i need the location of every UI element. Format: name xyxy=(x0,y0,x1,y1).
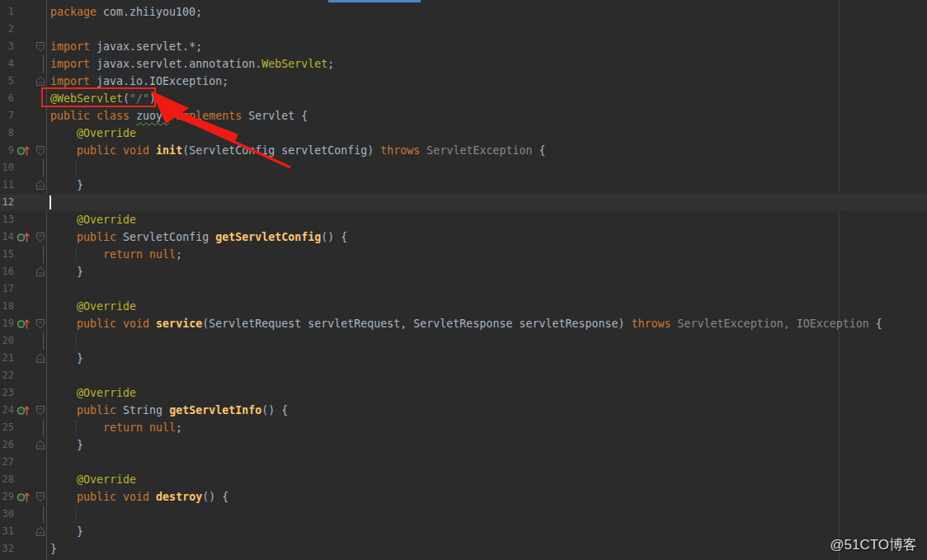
code-line-text[interactable]: public ServletConfig getServletConfig() … xyxy=(49,228,927,246)
line-number[interactable]: 8 xyxy=(0,125,14,142)
code-line[interactable]: 25 return null; xyxy=(0,419,927,436)
code-line-text[interactable]: return null; xyxy=(49,246,927,263)
code-line[interactable]: 19 public void service(ServletRequest se… xyxy=(0,315,927,332)
code-line[interactable]: 31 } xyxy=(0,523,927,540)
line-number[interactable]: 23 xyxy=(0,384,14,402)
code-line[interactable]: 15 return null; xyxy=(0,246,927,263)
fold-end-icon[interactable] xyxy=(35,526,45,537)
code-line-text[interactable] xyxy=(49,21,927,38)
code-line-text[interactable] xyxy=(49,280,927,298)
code-line-text[interactable]: } xyxy=(49,436,927,454)
code-line[interactable]: 2 xyxy=(0,21,927,38)
line-number[interactable]: 2 xyxy=(0,21,14,38)
code-line[interactable]: 28 @Override xyxy=(0,471,927,488)
code-line[interactable]: 20 xyxy=(0,332,927,350)
code-line[interactable]: 3import javax.servlet.*; xyxy=(0,38,927,55)
code-line-text[interactable]: } xyxy=(49,540,927,558)
line-number[interactable]: 5 xyxy=(0,73,14,90)
line-number[interactable]: 6 xyxy=(0,90,14,107)
line-number[interactable]: 21 xyxy=(0,350,14,367)
code-line-text[interactable]: package com.zhiiyou100; xyxy=(49,3,927,21)
code-line-text[interactable] xyxy=(49,367,927,384)
code-line-text[interactable]: import java.io.IOException; xyxy=(49,73,927,90)
line-number[interactable]: 14 xyxy=(0,228,14,246)
code-line-text[interactable]: @WebServlet("/") xyxy=(49,90,927,107)
code-line[interactable]: 14 public ServletConfig getServletConfig… xyxy=(0,228,927,246)
line-number[interactable]: 28 xyxy=(0,471,14,488)
code-line[interactable]: 10 xyxy=(0,159,927,176)
line-number[interactable]: 16 xyxy=(0,263,14,280)
fold-end-icon[interactable] xyxy=(35,76,45,87)
line-number[interactable]: 18 xyxy=(0,298,14,315)
overriding-method-icon[interactable] xyxy=(16,232,31,243)
line-number[interactable]: 32 xyxy=(0,540,14,558)
line-number[interactable]: 15 xyxy=(0,246,14,263)
code-line-text[interactable]: public void destroy() { xyxy=(49,488,927,506)
code-line-text[interactable] xyxy=(49,454,927,471)
code-line-text[interactable]: } xyxy=(49,263,927,280)
fold-end-icon[interactable] xyxy=(35,266,45,277)
line-number[interactable]: 25 xyxy=(0,419,14,436)
line-number[interactable]: 10 xyxy=(0,159,14,176)
code-line[interactable]: 7public class zuoye implements Servlet { xyxy=(0,107,927,125)
line-number[interactable]: 3 xyxy=(0,38,14,55)
code-line[interactable]: 9 public void init(ServletConfig servlet… xyxy=(0,142,927,159)
line-number[interactable]: 12 xyxy=(0,194,14,211)
fold-start-icon[interactable] xyxy=(35,318,45,329)
overriding-method-icon[interactable] xyxy=(16,492,31,503)
line-number[interactable]: 27 xyxy=(0,454,14,471)
line-number[interactable]: 7 xyxy=(0,107,14,125)
code-line-text[interactable]: return null; xyxy=(49,419,927,436)
code-line[interactable]: 11 } xyxy=(0,176,927,194)
line-number[interactable]: 4 xyxy=(0,55,14,73)
code-line-text[interactable]: public void service(ServletRequest servl… xyxy=(49,315,927,332)
code-line-text[interactable]: @Override xyxy=(49,471,927,488)
code-line-text[interactable] xyxy=(49,194,927,211)
code-line[interactable]: 22 xyxy=(0,367,927,384)
line-number[interactable]: 13 xyxy=(0,211,14,228)
line-number[interactable]: 9 xyxy=(0,142,14,159)
code-line[interactable]: 21 } xyxy=(0,350,927,367)
code-line-text[interactable] xyxy=(49,506,927,523)
fold-end-icon[interactable] xyxy=(35,353,45,364)
line-number[interactable]: 29 xyxy=(0,488,14,506)
line-number[interactable]: 30 xyxy=(0,506,14,523)
code-line[interactable]: 29 public void destroy() { xyxy=(0,488,927,506)
line-number[interactable]: 20 xyxy=(0,332,14,350)
fold-start-icon[interactable] xyxy=(35,492,45,502)
code-line[interactable]: 8 @Override xyxy=(0,125,927,142)
overriding-method-icon[interactable] xyxy=(16,405,31,416)
code-line-text[interactable]: public class zuoye implements Servlet { xyxy=(49,107,927,125)
overriding-method-icon[interactable] xyxy=(16,318,31,330)
code-line[interactable]: 4import javax.servlet.annotation.WebServ… xyxy=(0,55,927,73)
code-line[interactable]: 24 public String getServletInfo() { xyxy=(0,402,927,419)
code-line-text[interactable]: import javax.servlet.*; xyxy=(49,38,927,55)
code-line-text[interactable]: } xyxy=(49,176,927,194)
code-line-text[interactable]: import javax.servlet.annotation.WebServl… xyxy=(49,55,927,73)
code-line-text[interactable]: public String getServletInfo() { xyxy=(49,402,927,419)
code-editor-area[interactable]: 1package com.zhiiyou100;23import javax.s… xyxy=(0,3,927,558)
code-line-text[interactable]: @Override xyxy=(49,211,927,228)
line-number[interactable]: 19 xyxy=(0,315,14,332)
code-line-text[interactable]: } xyxy=(49,523,927,540)
code-line-text[interactable]: public void init(ServletConfig servletCo… xyxy=(49,142,927,159)
code-line[interactable]: 12 xyxy=(0,194,927,211)
fold-start-icon[interactable] xyxy=(35,145,45,156)
line-number[interactable]: 22 xyxy=(0,367,14,384)
code-line-text[interactable]: @Override xyxy=(49,125,927,142)
code-line[interactable]: 32} xyxy=(0,540,927,558)
line-number[interactable]: 31 xyxy=(0,523,14,540)
fold-end-icon[interactable] xyxy=(35,440,45,450)
line-number[interactable]: 1 xyxy=(0,3,14,21)
code-line[interactable]: 17 xyxy=(0,280,927,298)
code-line[interactable]: 30 xyxy=(0,506,927,523)
code-line[interactable]: 18 @Override xyxy=(0,298,927,315)
code-line[interactable]: 26 } xyxy=(0,436,927,454)
code-line[interactable]: 23 @Override xyxy=(0,384,927,402)
code-line[interactable]: 13 @Override xyxy=(0,211,927,228)
fold-start-icon[interactable] xyxy=(35,405,45,416)
line-number[interactable]: 26 xyxy=(0,436,14,454)
code-line-text[interactable]: @Override xyxy=(49,384,927,402)
fold-start-icon[interactable] xyxy=(35,41,45,52)
fold-end-icon[interactable] xyxy=(35,180,45,191)
